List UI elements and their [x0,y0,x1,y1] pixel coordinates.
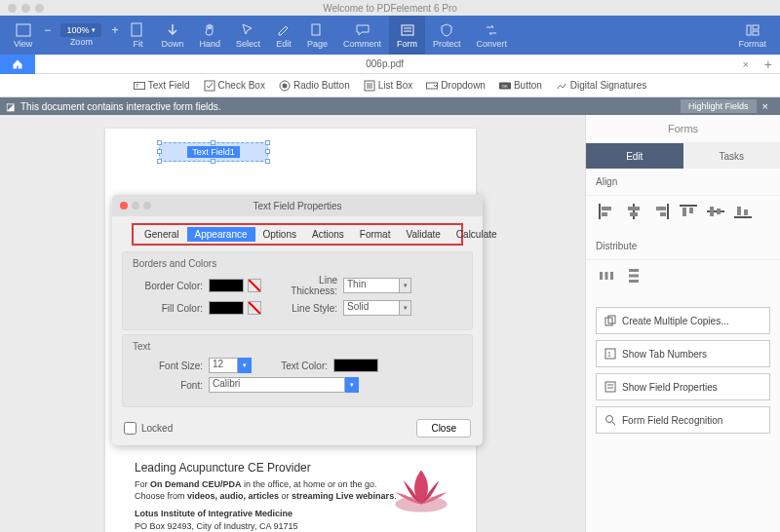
info-close[interactable]: × [757,100,774,112]
align-bottom-icon[interactable] [734,204,752,219]
tab-format[interactable]: Format [352,227,399,242]
distribute-tools [586,260,780,297]
digital-signature-tool[interactable]: Digital Signatures [556,80,646,92]
svg-point-53 [606,416,613,423]
field-label: Text Field1 [187,146,240,158]
check-box-tool[interactable]: Check Box [204,80,265,92]
text-field-tool[interactable]: TText Field [134,80,190,92]
border-color-swatch[interactable] [209,279,244,292]
border-color-none[interactable] [248,279,261,292]
dialog-tabs: General Appearance Options Actions Forma… [132,223,463,246]
svg-rect-42 [610,272,613,280]
svg-rect-35 [710,207,714,216]
tab-validate[interactable]: Validate [398,227,448,242]
align-left-icon[interactable] [598,204,615,219]
align-middle-icon[interactable] [707,204,724,219]
home-button[interactable] [0,55,35,74]
align-center-icon[interactable] [625,204,643,219]
show-field-properties-button[interactable]: Show Field Properties [596,373,770,400]
svg-text:OK: OK [501,83,507,88]
select-tool[interactable]: Select [228,16,268,55]
zoom-in[interactable]: + [107,23,122,37]
zoom-select[interactable]: 100%▾ [60,23,101,37]
svg-rect-33 [689,208,693,213]
text-color-label: Text Color: [263,361,333,371]
tab-appearance[interactable]: Appearance [187,227,255,242]
font-select[interactable]: Calibri [209,377,345,393]
dropdown-tool[interactable]: Dropdown [426,80,486,92]
font-size-input[interactable]: 12 [209,358,238,373]
fill-color-none[interactable] [248,301,261,315]
text-field-properties-dialog: Text Field Properties General Appearance… [112,195,483,445]
font-size-dropdown[interactable]: ▾ [238,358,252,373]
line-thickness-label: Line Thickness: [273,275,343,296]
align-tools [586,196,780,233]
distribute-vertical-icon[interactable] [625,268,643,284]
list-box-tool[interactable]: List Box [364,80,413,92]
format-tool[interactable]: Format [730,16,774,55]
borders-colors-section: Borders and Colors Border Color: Line Th… [122,251,473,330]
convert-tool[interactable]: Convert [469,16,516,55]
form-field-recognition-button[interactable]: Form Field Recognition [596,406,770,434]
zoom-out[interactable]: − [40,23,55,37]
form-tool[interactable]: Form [389,16,425,55]
locked-label: Locked [141,423,173,434]
document-tab[interactable]: 006p.pdf [35,58,734,69]
comment-tool[interactable]: Comment [335,16,389,55]
sidebar-tab-tasks[interactable]: Tasks [683,143,781,169]
page-tool[interactable]: Page [299,16,335,55]
svg-text:T: T [136,83,139,89]
tab-calculate[interactable]: Calculate [448,227,505,242]
svg-rect-29 [656,207,666,210]
svg-text:1: 1 [607,351,611,358]
document-canvas[interactable]: Text Field1 Leading Acupuncture CE Provi… [0,115,585,532]
create-multiple-copies-button[interactable]: Create Multiple Copies... [596,307,770,334]
traffic-lights[interactable] [0,4,44,13]
down-tool[interactable]: Down [153,16,191,55]
button-tool[interactable]: OKButton [499,80,542,92]
section-title: Text [133,341,462,352]
fill-color-swatch[interactable] [209,301,244,315]
line-style-select[interactable]: Solid [343,300,400,316]
fill-color-label: Fill Color: [133,303,209,314]
font-label: Font: [133,380,209,391]
hand-tool[interactable]: Hand [191,16,228,55]
svg-rect-30 [660,212,666,216]
svg-rect-39 [744,209,748,215]
info-message: This document contains interactive form … [20,101,221,112]
tab-general[interactable]: General [136,227,187,242]
svg-rect-43 [629,269,639,272]
svg-rect-44 [629,275,639,278]
svg-rect-23 [602,207,611,210]
highlight-fields-button[interactable]: Highlight Fields [681,99,757,113]
edit-tool[interactable]: Edit [268,16,299,55]
align-right-icon[interactable] [652,204,670,219]
new-tab[interactable]: + [757,57,780,72]
svg-rect-7 [753,25,759,29]
view-tool[interactable]: View [6,16,40,55]
protect-tool[interactable]: Protect [425,16,469,55]
fit-tool[interactable]: Fit [122,16,153,55]
svg-rect-2 [312,24,320,35]
svg-rect-38 [737,207,741,215]
sidebar-tab-edit[interactable]: Edit [586,143,683,169]
radio-button-tool[interactable]: Radio Button [279,80,350,92]
font-size-label: Font Size: [133,361,209,371]
line-thickness-select[interactable]: Thin [343,278,400,293]
close-tab[interactable]: × [734,58,756,70]
tab-options[interactable]: Options [255,227,304,242]
svg-rect-45 [629,280,639,283]
show-tab-numbers-button[interactable]: 1Show Tab Numbers [596,340,770,367]
close-button[interactable]: Close [416,419,471,437]
dialog-close-icon[interactable] [120,202,128,209]
font-dropdown[interactable]: ▾ [345,377,359,393]
line-style-label: Line Style: [273,303,343,314]
tab-actions[interactable]: Actions [304,227,352,242]
align-top-icon[interactable] [680,204,697,219]
selected-text-field[interactable]: Text Field1 [159,142,268,162]
dialog-titlebar[interactable]: Text Field Properties [112,195,483,216]
tab-bar: 006p.pdf × + [0,55,780,74]
text-color-swatch[interactable] [333,359,378,372]
locked-checkbox[interactable] [124,422,136,435]
distribute-horizontal-icon[interactable] [598,268,615,284]
